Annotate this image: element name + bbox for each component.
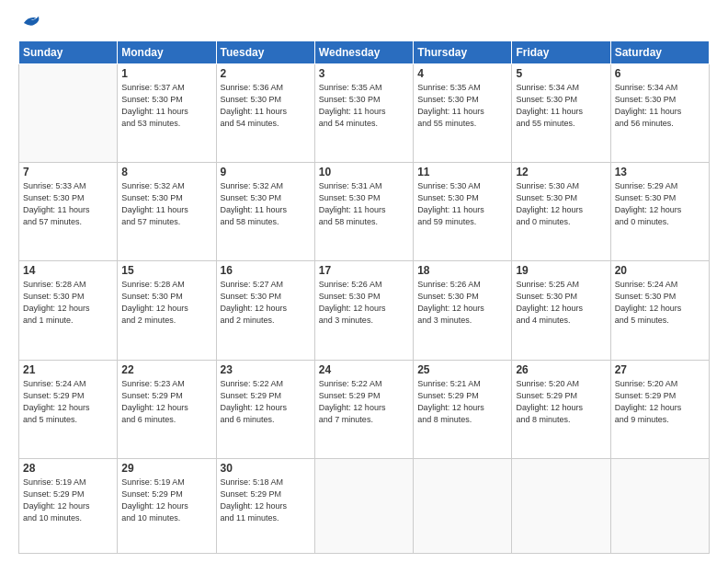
calendar-cell: 3Sunrise: 5:35 AM Sunset: 5:30 PM Daylig… (314, 64, 413, 163)
calendar-cell: 6Sunrise: 5:34 AM Sunset: 5:30 PM Daylig… (610, 64, 709, 163)
day-info: Sunrise: 5:24 AM Sunset: 5:29 PM Dayligh… (23, 378, 113, 426)
day-number: 11 (417, 166, 507, 178)
day-number: 23 (221, 363, 311, 376)
day-info: Sunrise: 5:22 AM Sunset: 5:29 PM Dayligh… (319, 378, 409, 426)
day-number: 17 (319, 264, 409, 277)
day-number: 13 (615, 166, 705, 178)
calendar-cell: 23Sunrise: 5:22 AM Sunset: 5:29 PM Dayli… (216, 360, 314, 458)
day-info: Sunrise: 5:27 AM Sunset: 5:30 PM Dayligh… (221, 279, 311, 327)
calendar-cell: 12Sunrise: 5:30 AM Sunset: 5:30 PM Dayli… (512, 163, 610, 261)
day-number: 24 (319, 363, 409, 376)
calendar-cell: 5Sunrise: 5:34 AM Sunset: 5:30 PM Daylig… (512, 64, 610, 163)
day-info: Sunrise: 5:20 AM Sunset: 5:29 PM Dayligh… (615, 378, 705, 426)
day-info: Sunrise: 5:28 AM Sunset: 5:30 PM Dayligh… (121, 279, 211, 327)
day-number: 6 (615, 67, 705, 80)
day-number: 2 (221, 67, 311, 80)
calendar-cell: 19Sunrise: 5:25 AM Sunset: 5:30 PM Dayli… (512, 261, 610, 360)
calendar-header-friday: Friday (512, 41, 610, 64)
calendar-week-row: 1Sunrise: 5:37 AM Sunset: 5:30 PM Daylig… (19, 64, 710, 163)
day-number: 22 (121, 363, 211, 376)
day-info: Sunrise: 5:26 AM Sunset: 5:30 PM Dayligh… (319, 279, 409, 327)
day-number: 5 (516, 67, 606, 80)
day-number: 16 (221, 264, 311, 277)
day-info: Sunrise: 5:28 AM Sunset: 5:30 PM Dayligh… (23, 279, 113, 327)
calendar-header-wednesday: Wednesday (314, 41, 413, 64)
day-info: Sunrise: 5:19 AM Sunset: 5:29 PM Dayligh… (121, 477, 211, 524)
calendar-cell: 25Sunrise: 5:21 AM Sunset: 5:29 PM Dayli… (414, 360, 512, 458)
day-number: 19 (516, 264, 606, 277)
day-number: 4 (417, 67, 507, 80)
day-info: Sunrise: 5:30 AM Sunset: 5:30 PM Dayligh… (516, 180, 606, 228)
day-number: 21 (23, 363, 113, 376)
calendar-cell: 1Sunrise: 5:37 AM Sunset: 5:30 PM Daylig… (118, 64, 216, 163)
day-number: 20 (615, 264, 705, 277)
day-number: 10 (319, 166, 409, 178)
calendar-cell: 21Sunrise: 5:24 AM Sunset: 5:29 PM Dayli… (19, 360, 118, 458)
day-info: Sunrise: 5:19 AM Sunset: 5:29 PM Dayligh… (23, 477, 113, 524)
day-number: 30 (221, 462, 311, 475)
calendar-cell: 24Sunrise: 5:22 AM Sunset: 5:29 PM Dayli… (314, 360, 413, 458)
calendar-cell: 18Sunrise: 5:26 AM Sunset: 5:30 PM Dayli… (414, 261, 512, 360)
day-info: Sunrise: 5:25 AM Sunset: 5:30 PM Dayligh… (516, 279, 606, 327)
day-info: Sunrise: 5:32 AM Sunset: 5:30 PM Dayligh… (221, 180, 311, 228)
calendar-header-sunday: Sunday (19, 41, 118, 64)
day-number: 8 (121, 166, 211, 178)
calendar-cell: 30Sunrise: 5:18 AM Sunset: 5:29 PM Dayli… (216, 458, 314, 553)
day-number: 14 (23, 264, 113, 277)
calendar-week-row: 14Sunrise: 5:28 AM Sunset: 5:30 PM Dayli… (19, 261, 710, 360)
calendar-header-monday: Monday (118, 41, 216, 64)
calendar-cell: 15Sunrise: 5:28 AM Sunset: 5:30 PM Dayli… (118, 261, 216, 360)
calendar-header-thursday: Thursday (414, 41, 512, 64)
day-info: Sunrise: 5:20 AM Sunset: 5:29 PM Dayligh… (516, 378, 606, 426)
calendar-cell (19, 64, 118, 163)
calendar-cell: 17Sunrise: 5:26 AM Sunset: 5:30 PM Dayli… (314, 261, 413, 360)
calendar-cell: 10Sunrise: 5:31 AM Sunset: 5:30 PM Dayli… (314, 163, 413, 261)
calendar-cell: 20Sunrise: 5:24 AM Sunset: 5:30 PM Dayli… (610, 261, 709, 360)
day-number: 9 (221, 166, 311, 178)
day-info: Sunrise: 5:32 AM Sunset: 5:30 PM Dayligh… (121, 180, 211, 228)
calendar-cell: 27Sunrise: 5:20 AM Sunset: 5:29 PM Dayli… (610, 360, 709, 458)
day-info: Sunrise: 5:23 AM Sunset: 5:29 PM Dayligh… (121, 378, 211, 426)
day-info: Sunrise: 5:35 AM Sunset: 5:30 PM Dayligh… (319, 82, 409, 130)
calendar-cell (414, 458, 512, 553)
calendar-cell: 16Sunrise: 5:27 AM Sunset: 5:30 PM Dayli… (216, 261, 314, 360)
day-number: 3 (319, 67, 409, 80)
calendar-cell: 11Sunrise: 5:30 AM Sunset: 5:30 PM Dayli… (414, 163, 512, 261)
day-info: Sunrise: 5:26 AM Sunset: 5:30 PM Dayligh… (417, 279, 507, 327)
calendar-cell: 4Sunrise: 5:35 AM Sunset: 5:30 PM Daylig… (414, 64, 512, 163)
calendar-header-saturday: Saturday (610, 41, 709, 64)
page-header (18, 17, 710, 31)
calendar-cell: 9Sunrise: 5:32 AM Sunset: 5:30 PM Daylig… (216, 163, 314, 261)
day-number: 25 (417, 363, 507, 376)
calendar-cell (610, 458, 709, 553)
day-info: Sunrise: 5:24 AM Sunset: 5:30 PM Dayligh… (615, 279, 705, 327)
logo-text (18, 17, 41, 31)
calendar-table: SundayMondayTuesdayWednesdayThursdayFrid… (18, 40, 710, 554)
calendar-week-row: 21Sunrise: 5:24 AM Sunset: 5:29 PM Dayli… (19, 360, 710, 458)
day-info: Sunrise: 5:21 AM Sunset: 5:29 PM Dayligh… (417, 378, 507, 426)
calendar-cell (512, 458, 610, 553)
calendar-cell: 14Sunrise: 5:28 AM Sunset: 5:30 PM Dayli… (19, 261, 118, 360)
calendar-cell: 7Sunrise: 5:33 AM Sunset: 5:30 PM Daylig… (19, 163, 118, 261)
day-number: 15 (121, 264, 211, 277)
calendar-cell (314, 458, 413, 553)
day-info: Sunrise: 5:22 AM Sunset: 5:29 PM Dayligh… (221, 378, 311, 426)
day-info: Sunrise: 5:37 AM Sunset: 5:30 PM Dayligh… (121, 82, 211, 130)
day-info: Sunrise: 5:35 AM Sunset: 5:30 PM Dayligh… (417, 82, 507, 130)
calendar-header-row: SundayMondayTuesdayWednesdayThursdayFrid… (19, 41, 710, 64)
day-info: Sunrise: 5:18 AM Sunset: 5:29 PM Dayligh… (221, 477, 311, 524)
logo-bird-icon (21, 15, 41, 31)
calendar-cell: 28Sunrise: 5:19 AM Sunset: 5:29 PM Dayli… (19, 458, 118, 553)
day-number: 27 (615, 363, 705, 376)
day-number: 18 (417, 264, 507, 277)
calendar-cell: 13Sunrise: 5:29 AM Sunset: 5:30 PM Dayli… (610, 163, 709, 261)
calendar-cell: 22Sunrise: 5:23 AM Sunset: 5:29 PM Dayli… (118, 360, 216, 458)
day-info: Sunrise: 5:30 AM Sunset: 5:30 PM Dayligh… (417, 180, 507, 228)
calendar-cell: 29Sunrise: 5:19 AM Sunset: 5:29 PM Dayli… (118, 458, 216, 553)
day-info: Sunrise: 5:34 AM Sunset: 5:30 PM Dayligh… (516, 82, 606, 130)
day-number: 28 (23, 462, 113, 475)
day-number: 7 (23, 166, 113, 178)
calendar-week-row: 28Sunrise: 5:19 AM Sunset: 5:29 PM Dayli… (19, 458, 710, 553)
logo (18, 17, 41, 31)
day-number: 1 (121, 67, 211, 80)
